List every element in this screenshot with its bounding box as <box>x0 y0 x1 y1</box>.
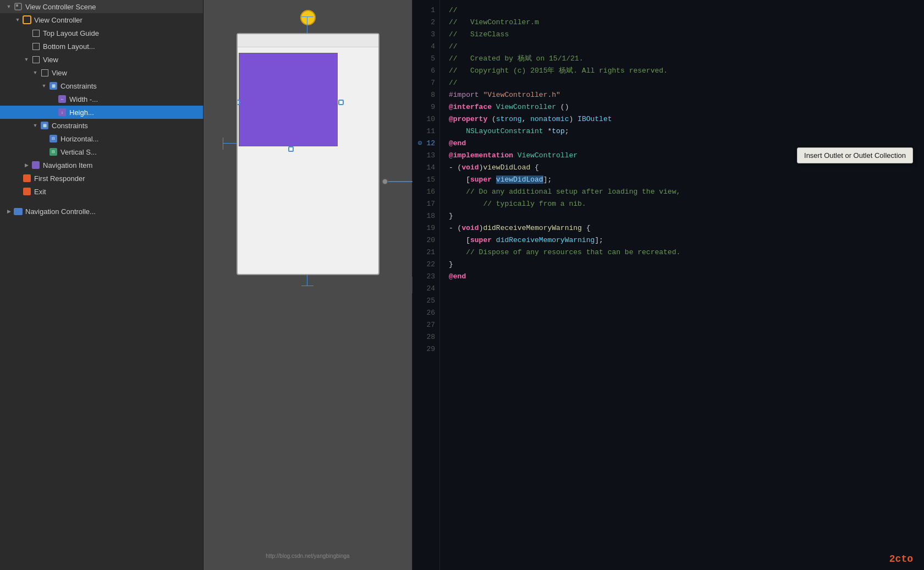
vc-label: View Controller <box>34 16 203 24</box>
nav-item-navitem[interactable]: ▶ Navigation Item <box>0 158 203 172</box>
code-line-19: [super viewDidLoad]; <box>449 174 915 186</box>
line-num-2: 2 <box>413 17 435 29</box>
line-num-19: 19 <box>413 222 435 234</box>
disclosure-vc: ▼ <box>13 17 22 23</box>
exit-icon <box>22 187 32 196</box>
constraints-icon-1: ⊞ <box>48 81 58 91</box>
view-icon-1 <box>31 54 41 64</box>
vertical-label: Vertical S... <box>61 148 203 156</box>
scene-icon <box>13 2 23 12</box>
line-num-7: 7 <box>413 77 435 89</box>
line-num-3: 3 <box>413 29 435 41</box>
line-num-5: 5 <box>413 53 435 65</box>
line-num-8: 8 <box>413 89 435 101</box>
line-num-18: 18 <box>413 210 435 222</box>
line-num-12: ⊙ 12 <box>413 138 435 150</box>
line-num-6: 6 <box>413 65 435 77</box>
nav-item-horizontal[interactable]: ⊟ Horizontal... <box>0 132 203 145</box>
view2-label: View <box>52 69 203 77</box>
line-numbers: 1 2 3 4 5 6 7 8 9 10 11 ⊙ 12 13 14 15 16… <box>413 0 440 570</box>
nav-item-vc[interactable]: ▼ View Controller <box>0 13 203 26</box>
phone-content <box>238 47 378 274</box>
disclosure-scene: ▼ <box>4 4 13 9</box>
line-num-13: 13 <box>413 150 435 162</box>
firstresponder-icon <box>22 173 32 183</box>
nav-item-toplayout[interactable]: Top Layout Guide <box>0 26 203 40</box>
height-icon: ↕ <box>57 107 67 117</box>
line-num-17: 17 <box>413 198 435 210</box>
nav-item-width[interactable]: ↔ Width -... <box>0 92 203 106</box>
purple-view <box>239 53 338 146</box>
height-label: Heigh... <box>69 108 203 117</box>
horizontal-label: Horizontal... <box>61 135 203 143</box>
nav-item-constraints1[interactable]: ▼ ⊞ Constraints <box>0 79 203 92</box>
code-line-25: [super didReceiveMemoryWarning]; <box>449 234 915 246</box>
nav-item-bottomlayout[interactable]: Bottom Layout... <box>0 40 203 53</box>
connection-line <box>385 176 413 198</box>
line-num-23: 23 <box>413 271 435 283</box>
phone-frame <box>237 33 380 275</box>
code-line-7: // <box>449 77 915 89</box>
line-num-14: 14 <box>413 162 435 174</box>
navitem-label: Navigation Item <box>43 161 203 169</box>
line-num-22: 22 <box>413 259 435 271</box>
vc-icon <box>22 15 32 25</box>
disclosure-navcontroller: ▶ <box>4 209 13 214</box>
nav-item-firstresponder[interactable]: First Responder <box>0 172 203 185</box>
line-num-26: 26 <box>413 307 435 319</box>
line-num-10: 10 <box>413 113 435 125</box>
disclosure-view1: ▼ <box>22 57 31 62</box>
line-num-11: 11 <box>413 125 435 138</box>
navigator-panel: ▼ View Controller Scene ▼ View Controlle… <box>0 0 204 570</box>
line-num-27: 27 <box>413 319 435 331</box>
code-line-2: // ViewController.m <box>449 17 915 29</box>
vertical-icon: ⊟ <box>48 147 58 157</box>
constraints2-label: Constraints <box>52 122 203 130</box>
disclosure-constraints1: ▼ <box>40 83 48 89</box>
disclosure-navitem: ▶ <box>22 162 31 168</box>
code-line-13: NSLayoutConstraint *top; <box>449 125 915 138</box>
navcontroller-icon <box>13 206 23 216</box>
exit-label: Exit <box>34 188 203 196</box>
line-num-16: 16 <box>413 186 435 198</box>
nav-item-exit[interactable]: Exit <box>0 185 203 198</box>
disclosure-constraints2: ▼ <box>31 123 40 128</box>
site-logo: 2cto <box>889 553 913 564</box>
line-num-20: 20 <box>413 234 435 246</box>
code-line-20: // Do any additional setup after loading… <box>449 186 915 198</box>
code-line-21: // typically from a nib. <box>449 198 915 210</box>
code-line-4: // <box>449 41 915 53</box>
nav-item-scene[interactable]: ▼ View Controller Scene <box>0 0 203 13</box>
phone-statusbar <box>238 34 378 47</box>
outlet-tooltip-text: Insert Outlet or Outlet Collection <box>804 151 906 160</box>
nav-item-view1[interactable]: ▼ View <box>0 53 203 66</box>
line-num-1: 1 <box>413 4 435 17</box>
nav-item-view2[interactable]: ▼ View <box>0 66 203 79</box>
code-line-5: // Created by 杨斌 on 15/1/21. <box>449 53 915 65</box>
nav-item-constraints2[interactable]: ▼ ⊞ Constraints <box>0 119 203 132</box>
width-icon: ↔ <box>57 94 67 104</box>
line-num-4: 4 <box>413 41 435 53</box>
vc-badge <box>300 10 316 25</box>
toplayout-label: Top Layout Guide <box>43 29 203 37</box>
nav-item-vertical[interactable]: ⊟ Vertical S... <box>0 145 203 158</box>
outlet-tooltip: Insert Outlet or Outlet Collection <box>797 147 913 163</box>
layout-icon-top <box>31 28 41 38</box>
svg-rect-1 <box>16 4 18 7</box>
code-line-3: // SizeClass <box>449 29 915 41</box>
firstresponder-label: First Responder <box>34 174 203 183</box>
code-line-12: @property (strong, nonatomic) IBOutlet <box>449 113 915 125</box>
nav-item-navcontroller[interactable]: ▶ Navigation Controlle... <box>0 205 203 218</box>
code-line-11: @interface ViewController () <box>449 101 915 113</box>
nav-item-height[interactable]: ↕ Heigh... <box>0 106 203 119</box>
view-icon-2 <box>40 68 50 78</box>
layout-icon-bottom <box>31 41 41 51</box>
line-num-9: 9 <box>413 101 435 113</box>
constraints-icon-2: ⊞ <box>40 120 50 130</box>
view1-label: View <box>43 56 203 64</box>
code-line-29: @end <box>449 271 915 283</box>
disclosure-view2: ▼ <box>31 70 40 75</box>
code-line-24: - (void)didReceiveMemoryWarning { <box>449 222 915 234</box>
code-area[interactable]: // // ViewController.m // SizeClass // /… <box>440 0 924 570</box>
navcontroller-label: Navigation Controlle... <box>25 207 203 216</box>
